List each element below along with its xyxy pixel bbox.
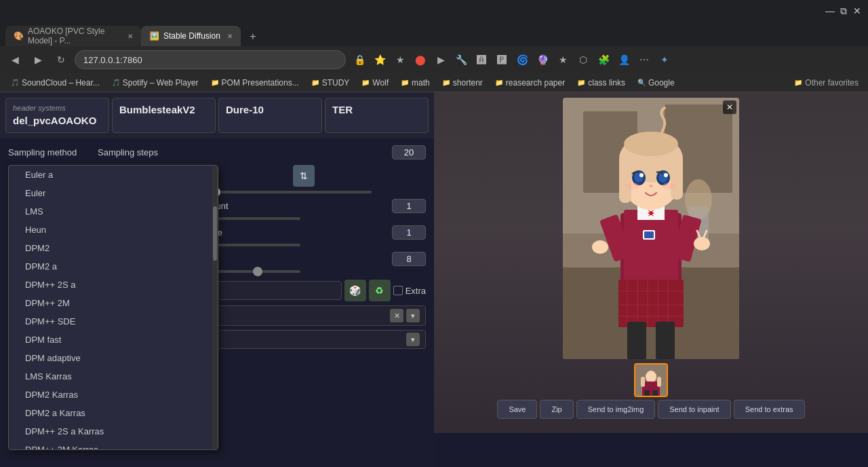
dropdown-item-dpm2a[interactable]: DPM2 a bbox=[9, 257, 218, 276]
zip-button[interactable]: Zip bbox=[540, 400, 573, 419]
steps-value-box[interactable]: 20 bbox=[392, 145, 426, 160]
cfg-value[interactable]: 8 bbox=[392, 252, 426, 266]
bookmark-spotify[interactable]: 🎵 Spotify – Web Player bbox=[106, 77, 204, 89]
model-card-2[interactable]: Dure-10 bbox=[218, 98, 322, 133]
extension-icon-6[interactable]: 🅰 bbox=[472, 50, 491, 69]
dropdown-item-euler[interactable]: Euler bbox=[9, 184, 218, 202]
tab-close-2[interactable]: ✕ bbox=[227, 33, 233, 40]
bookmark-soundcloud[interactable]: 🎵 SoundCloud – Hear... bbox=[5, 77, 105, 89]
extension-icon-1[interactable]: 🔒 bbox=[350, 50, 369, 69]
extension-icon-9[interactable]: 🔮 bbox=[533, 50, 552, 69]
send-img2img-button[interactable]: Send to img2img bbox=[576, 400, 656, 419]
address-input[interactable]: 127.0.0.1:7860 bbox=[75, 50, 346, 69]
more-menu-button[interactable]: ⋯ bbox=[635, 50, 654, 69]
back-button[interactable]: ◀ bbox=[5, 50, 24, 69]
close-icon: ✕ bbox=[726, 102, 733, 112]
extension-icon-4[interactable]: ▶ bbox=[431, 50, 450, 69]
lora-close-btn[interactable]: ✕ bbox=[390, 309, 403, 322]
batch-count-value[interactable]: 1 bbox=[392, 199, 426, 213]
dropdown-item-euler-a[interactable]: Euler a bbox=[9, 166, 218, 184]
bookmark-class[interactable]: 📁 class links bbox=[572, 77, 631, 89]
cfg-thumb[interactable] bbox=[253, 267, 262, 276]
batch-count-slider-row bbox=[182, 217, 426, 220]
extension-icon-3[interactable]: ★ bbox=[391, 50, 410, 69]
minimize-button[interactable]: — bbox=[825, 5, 835, 16]
extensions-button[interactable]: 🧩 bbox=[594, 50, 613, 69]
extension-icon-10[interactable]: ★ bbox=[553, 50, 572, 69]
tab-aoaoko[interactable]: 🎨 AOAOKO [PVC Style Model] - P... ✕ bbox=[5, 26, 141, 46]
extension-icon-lastpass[interactable]: ⬤ bbox=[411, 50, 430, 69]
generated-image bbox=[563, 98, 739, 359]
bookmark-study[interactable]: 📁 STUDY bbox=[306, 77, 355, 89]
extra-checkbox[interactable] bbox=[393, 286, 403, 295]
extension-icon-2[interactable]: ⭐ bbox=[370, 50, 389, 69]
thumbnail-1[interactable] bbox=[634, 363, 668, 397]
bookmark-math[interactable]: 📁 math bbox=[395, 77, 435, 89]
seed-row: -1 🎲 ♻ Extra bbox=[182, 280, 426, 301]
svg-rect-50 bbox=[657, 377, 661, 387]
dropdown-item-dpp2mkarras[interactable]: DPM++ 2M Karras bbox=[9, 441, 218, 450]
bookmark-others[interactable]: 📁 Other favorites bbox=[790, 77, 863, 89]
sampling-dropdown-list[interactable]: Euler a Euler LMS Heun DPM2 DPM2 a DPM++… bbox=[8, 165, 218, 450]
soundcloud-icon: 🎵 bbox=[11, 79, 19, 86]
dropdown-scrollbar-thumb[interactable] bbox=[213, 206, 217, 261]
batch-size-value[interactable]: 1 bbox=[392, 225, 426, 240]
dropdown-scrollbar[interactable] bbox=[212, 166, 218, 449]
extension-icon-7[interactable]: 🅿 bbox=[492, 50, 511, 69]
save-button[interactable]: Save bbox=[497, 400, 537, 419]
send-extras-button[interactable]: Send to extras bbox=[734, 400, 805, 419]
lora-dropdown-btn[interactable]: ▾ bbox=[406, 309, 420, 322]
image-close-button[interactable]: ✕ bbox=[723, 100, 736, 114]
model-card-3[interactable]: TER bbox=[325, 98, 429, 133]
extension-icon-5[interactable]: 🔧 bbox=[452, 50, 471, 69]
refresh-button[interactable]: ↻ bbox=[52, 50, 71, 69]
maximize-button[interactable]: ⧉ bbox=[838, 5, 849, 16]
copilot-button[interactable]: ✦ bbox=[655, 50, 674, 69]
recycle-button[interactable]: ♻ bbox=[369, 280, 391, 301]
dropdown-item-lmskarras[interactable]: LMS Karras bbox=[9, 367, 218, 386]
tab-close-1[interactable]: ✕ bbox=[127, 33, 133, 40]
bookmark-shortenr[interactable]: 📁 shortenr bbox=[437, 77, 488, 89]
dropdown-item-dpm2akarras[interactable]: DPM2 a Karras bbox=[9, 404, 218, 422]
bookmark-pom[interactable]: 📁 POM Presentations... bbox=[205, 77, 304, 89]
wolf-icon: 📁 bbox=[361, 79, 370, 86]
model-card-1[interactable]: BumblesteakV2 bbox=[112, 98, 216, 133]
others-icon: 📁 bbox=[794, 79, 802, 86]
dropdown-item-dpmadaptive[interactable]: DPM adaptive bbox=[9, 349, 218, 367]
dropdown-item-dpmsde[interactable]: DPM++ SDE bbox=[9, 312, 218, 331]
recycle-icon: ♻ bbox=[375, 285, 384, 296]
main-content: header systems del_pvcAOAOKO Bumblesteak… bbox=[0, 92, 868, 467]
send-inpaint-button[interactable]: Send to inpaint bbox=[658, 400, 730, 419]
thumbnail-image-1 bbox=[635, 365, 667, 396]
tab-label-1: AOAOKO [PVC Style Model] - P... bbox=[28, 26, 121, 45]
bookmark-research[interactable]: 📁 reasearch paper bbox=[490, 77, 570, 89]
dropdown-item-dpm2karras[interactable]: DPM2 Karras bbox=[9, 386, 218, 404]
bookmark-google[interactable]: 🔍 Google bbox=[632, 77, 680, 89]
svg-rect-49 bbox=[641, 377, 645, 387]
tab-stable-diffusion[interactable]: 🖼️ Stable Diffusion ✕ bbox=[141, 26, 241, 46]
research-icon: 📁 bbox=[495, 79, 503, 86]
bookmark-wolf[interactable]: 📁 Wolf bbox=[356, 77, 394, 89]
dropdown-item-dpp2sakarras[interactable]: DPM++ 2S a Karras bbox=[9, 422, 218, 441]
model-card-name-0: del_pvcAOAOKO bbox=[13, 115, 96, 126]
class-icon: 📁 bbox=[577, 79, 585, 86]
dropdown-item-dpm2[interactable]: DPM2 bbox=[9, 239, 218, 257]
dropdown-item-dpp2sa[interactable]: DPM++ 2S a bbox=[9, 276, 218, 294]
dropdown-item-dpm2m[interactable]: DPM++ 2M bbox=[9, 294, 218, 312]
profile-button[interactable]: 👤 bbox=[614, 50, 633, 69]
dropdown-item-heun[interactable]: Heun bbox=[9, 221, 218, 239]
close-button[interactable]: ✕ bbox=[852, 5, 863, 16]
dropdown-item-lms[interactable]: LMS bbox=[9, 202, 218, 221]
tab-favicon-2: 🖼️ bbox=[149, 31, 159, 41]
dropdown-item-dpmfast[interactable]: DPM fast bbox=[9, 331, 218, 349]
extension-icon-11[interactable]: ⬡ bbox=[574, 50, 593, 69]
forward-button[interactable]: ▶ bbox=[28, 50, 47, 69]
toolbar-icons: 🔒 ⭐ ★ ⬤ ▶ 🔧 🅰 🅿 🌀 🔮 ★ ⬡ 🧩 👤 ⋯ ✦ bbox=[350, 50, 674, 69]
swap-button[interactable]: ⇅ bbox=[293, 165, 315, 187]
extension-icon-8[interactable]: 🌀 bbox=[513, 50, 532, 69]
embed-dropdown-btn[interactable]: ▾ bbox=[406, 333, 420, 346]
dice-button[interactable]: 🎲 bbox=[344, 280, 366, 301]
svg-rect-45 bbox=[644, 231, 654, 238]
model-card-0[interactable]: header systems del_pvcAOAOKO bbox=[5, 98, 109, 133]
new-tab-button[interactable]: + bbox=[243, 27, 262, 46]
